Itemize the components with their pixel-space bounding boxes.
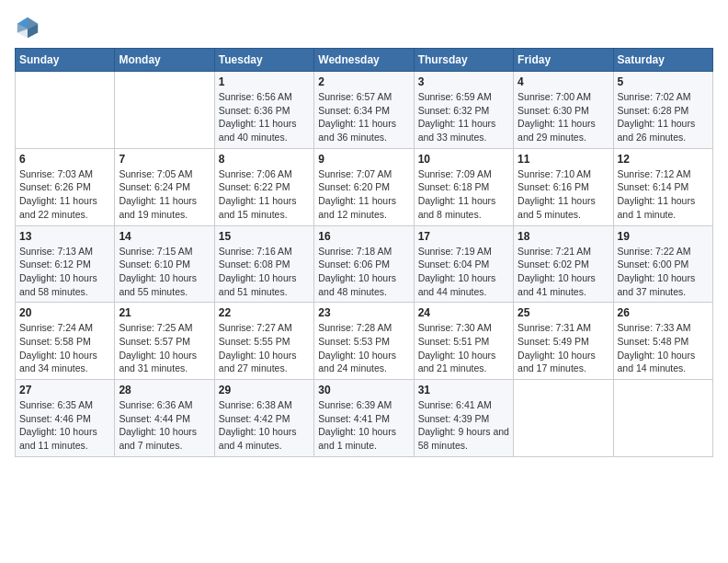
day-number: 23 xyxy=(318,306,409,319)
calendar-cell: 16Sunrise: 7:18 AMSunset: 6:06 PMDayligh… xyxy=(314,225,414,303)
calendar-cell: 14Sunrise: 7:15 AMSunset: 6:10 PMDayligh… xyxy=(115,225,214,303)
day-number: 26 xyxy=(618,306,709,319)
weekday-header-monday: Monday xyxy=(115,49,214,72)
calendar-cell: 19Sunrise: 7:22 AMSunset: 6:00 PMDayligh… xyxy=(613,225,712,303)
day-number: 3 xyxy=(418,75,509,88)
day-number: 1 xyxy=(219,75,310,88)
day-number: 30 xyxy=(318,384,409,396)
day-info: Sunrise: 6:56 AMSunset: 6:36 PMDaylight:… xyxy=(219,90,310,144)
day-info: Sunrise: 7:25 AMSunset: 5:57 PMDaylight:… xyxy=(119,321,210,375)
day-number: 13 xyxy=(19,230,110,243)
day-info: Sunrise: 7:05 AMSunset: 6:24 PMDaylight:… xyxy=(119,167,210,222)
calendar-cell: 28Sunrise: 6:36 AMSunset: 4:44 PMDayligh… xyxy=(115,380,214,457)
day-info: Sunrise: 6:38 AMSunset: 4:42 PMDaylight:… xyxy=(219,398,310,453)
day-info: Sunrise: 7:22 AMSunset: 6:00 PMDaylight:… xyxy=(618,245,709,299)
weekday-header-thursday: Thursday xyxy=(414,49,513,72)
day-info: Sunrise: 7:27 AMSunset: 5:55 PMDaylight:… xyxy=(219,321,310,375)
day-number: 17 xyxy=(418,230,509,243)
day-number: 10 xyxy=(418,153,509,166)
week-row-1: 1Sunrise: 6:56 AMSunset: 6:36 PMDaylight… xyxy=(16,72,713,149)
calendar-cell: 24Sunrise: 7:30 AMSunset: 5:51 PMDayligh… xyxy=(414,303,513,380)
calendar-cell: 29Sunrise: 6:38 AMSunset: 4:42 PMDayligh… xyxy=(214,380,313,457)
day-info: Sunrise: 7:15 AMSunset: 6:10 PMDaylight:… xyxy=(119,245,210,299)
day-info: Sunrise: 7:16 AMSunset: 6:08 PMDaylight:… xyxy=(219,245,310,299)
day-info: Sunrise: 6:35 AMSunset: 4:46 PMDaylight:… xyxy=(19,398,110,453)
calendar-table: SundayMondayTuesdayWednesdayThursdayFrid… xyxy=(15,48,713,457)
logo-icon xyxy=(15,15,40,40)
week-row-5: 27Sunrise: 6:35 AMSunset: 4:46 PMDayligh… xyxy=(16,380,713,457)
week-row-4: 20Sunrise: 7:24 AMSunset: 5:58 PMDayligh… xyxy=(16,303,713,380)
calendar-cell: 21Sunrise: 7:25 AMSunset: 5:57 PMDayligh… xyxy=(115,303,214,380)
day-info: Sunrise: 7:24 AMSunset: 5:58 PMDaylight:… xyxy=(19,321,110,375)
calendar-cell: 1Sunrise: 6:56 AMSunset: 6:36 PMDaylight… xyxy=(214,72,313,149)
day-info: Sunrise: 6:39 AMSunset: 4:41 PMDaylight:… xyxy=(318,398,409,453)
calendar-cell: 2Sunrise: 6:57 AMSunset: 6:34 PMDaylight… xyxy=(314,72,414,149)
weekday-header-saturday: Saturday xyxy=(613,49,712,72)
day-number: 6 xyxy=(19,153,110,166)
day-number: 29 xyxy=(219,384,310,396)
calendar-cell: 3Sunrise: 6:59 AMSunset: 6:32 PMDaylight… xyxy=(414,72,513,149)
week-row-2: 6Sunrise: 7:03 AMSunset: 6:26 PMDaylight… xyxy=(16,148,713,225)
day-number: 14 xyxy=(119,230,210,243)
day-number: 22 xyxy=(219,306,310,319)
calendar-cell: 26Sunrise: 7:33 AMSunset: 5:48 PMDayligh… xyxy=(613,303,712,380)
day-info: Sunrise: 7:13 AMSunset: 6:12 PMDaylight:… xyxy=(19,245,110,299)
calendar-cell: 31Sunrise: 6:41 AMSunset: 4:39 PMDayligh… xyxy=(414,380,513,457)
day-info: Sunrise: 7:19 AMSunset: 6:04 PMDaylight:… xyxy=(418,245,509,299)
day-number: 9 xyxy=(318,153,409,166)
calendar-cell: 12Sunrise: 7:12 AMSunset: 6:14 PMDayligh… xyxy=(613,148,712,225)
day-info: Sunrise: 7:10 AMSunset: 6:16 PMDaylight:… xyxy=(518,167,609,222)
calendar-cell: 7Sunrise: 7:05 AMSunset: 6:24 PMDaylight… xyxy=(115,148,214,225)
week-row-3: 13Sunrise: 7:13 AMSunset: 6:12 PMDayligh… xyxy=(16,225,713,303)
day-info: Sunrise: 7:12 AMSunset: 6:14 PMDaylight:… xyxy=(618,167,709,222)
day-info: Sunrise: 7:03 AMSunset: 6:26 PMDaylight:… xyxy=(19,167,110,222)
day-number: 24 xyxy=(418,306,509,319)
calendar-cell: 13Sunrise: 7:13 AMSunset: 6:12 PMDayligh… xyxy=(16,225,115,303)
day-number: 21 xyxy=(119,306,210,319)
day-number: 16 xyxy=(318,230,409,243)
day-number: 8 xyxy=(219,153,310,166)
day-info: Sunrise: 7:31 AMSunset: 5:49 PMDaylight:… xyxy=(518,321,609,375)
weekday-header-tuesday: Tuesday xyxy=(214,49,313,72)
page-header xyxy=(15,15,713,40)
day-number: 28 xyxy=(119,384,210,396)
day-number: 15 xyxy=(219,230,310,243)
day-info: Sunrise: 6:41 AMSunset: 4:39 PMDaylight:… xyxy=(418,398,509,453)
calendar-cell: 8Sunrise: 7:06 AMSunset: 6:22 PMDaylight… xyxy=(214,148,313,225)
calendar-cell: 30Sunrise: 6:39 AMSunset: 4:41 PMDayligh… xyxy=(314,380,414,457)
day-info: Sunrise: 7:21 AMSunset: 6:02 PMDaylight:… xyxy=(518,245,609,299)
day-number: 11 xyxy=(518,153,609,166)
weekday-header-sunday: Sunday xyxy=(16,49,115,72)
calendar-cell xyxy=(115,72,214,149)
day-number: 27 xyxy=(19,384,110,396)
day-info: Sunrise: 7:07 AMSunset: 6:20 PMDaylight:… xyxy=(318,167,409,222)
day-number: 4 xyxy=(518,75,609,88)
calendar-cell: 23Sunrise: 7:28 AMSunset: 5:53 PMDayligh… xyxy=(314,303,414,380)
day-info: Sunrise: 7:28 AMSunset: 5:53 PMDaylight:… xyxy=(318,321,409,375)
calendar-cell xyxy=(16,72,115,149)
day-number: 2 xyxy=(318,75,409,88)
calendar-cell: 27Sunrise: 6:35 AMSunset: 4:46 PMDayligh… xyxy=(16,380,115,457)
calendar-cell: 9Sunrise: 7:07 AMSunset: 6:20 PMDaylight… xyxy=(314,148,414,225)
calendar-cell: 6Sunrise: 7:03 AMSunset: 6:26 PMDaylight… xyxy=(16,148,115,225)
calendar-cell: 10Sunrise: 7:09 AMSunset: 6:18 PMDayligh… xyxy=(414,148,513,225)
day-number: 19 xyxy=(618,230,709,243)
day-number: 18 xyxy=(518,230,609,243)
day-info: Sunrise: 7:33 AMSunset: 5:48 PMDaylight:… xyxy=(618,321,709,375)
day-info: Sunrise: 7:18 AMSunset: 6:06 PMDaylight:… xyxy=(318,245,409,299)
weekday-header-row: SundayMondayTuesdayWednesdayThursdayFrid… xyxy=(16,49,713,72)
calendar-cell xyxy=(613,380,712,457)
calendar-cell: 15Sunrise: 7:16 AMSunset: 6:08 PMDayligh… xyxy=(214,225,313,303)
day-info: Sunrise: 7:30 AMSunset: 5:51 PMDaylight:… xyxy=(418,321,509,375)
day-info: Sunrise: 6:36 AMSunset: 4:44 PMDaylight:… xyxy=(119,398,210,453)
calendar-cell: 17Sunrise: 7:19 AMSunset: 6:04 PMDayligh… xyxy=(414,225,513,303)
weekday-header-friday: Friday xyxy=(514,49,613,72)
day-number: 31 xyxy=(418,384,509,396)
day-info: Sunrise: 7:09 AMSunset: 6:18 PMDaylight:… xyxy=(418,167,509,222)
weekday-header-wednesday: Wednesday xyxy=(314,49,414,72)
calendar-cell: 18Sunrise: 7:21 AMSunset: 6:02 PMDayligh… xyxy=(514,225,613,303)
day-number: 20 xyxy=(19,306,110,319)
day-number: 5 xyxy=(618,75,709,88)
day-number: 7 xyxy=(119,153,210,166)
day-info: Sunrise: 7:00 AMSunset: 6:30 PMDaylight:… xyxy=(518,90,609,144)
